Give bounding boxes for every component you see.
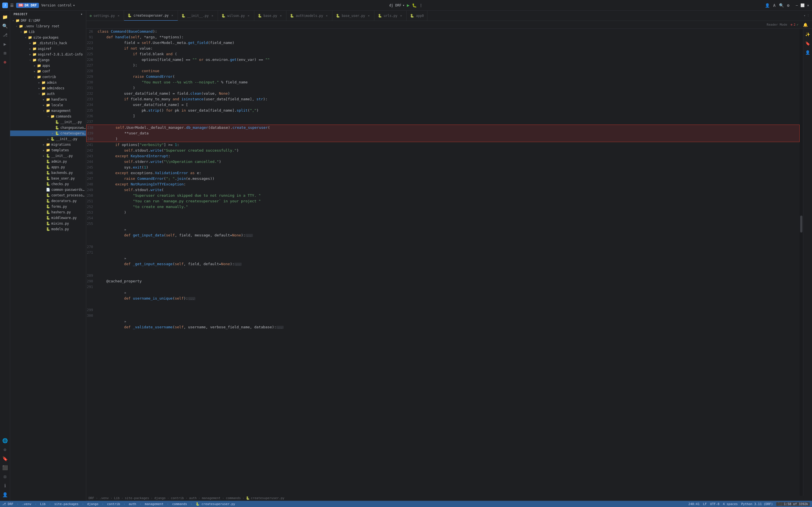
fold-291[interactable]: ▶: [124, 291, 127, 294]
dj-label[interactable]: dj DRF ▾: [389, 3, 404, 7]
tree-item-conf[interactable]: ▶ 📁 conf: [10, 68, 86, 74]
tree-item-middleware[interactable]: ▶ 🐍 middleware.py: [10, 215, 86, 221]
debug-button[interactable]: 🐛: [412, 3, 417, 8]
tab-wilson[interactable]: 🐍 wilson.py ✕: [218, 11, 254, 21]
tab-settings[interactable]: ⚙ settings.py ✕: [86, 11, 124, 21]
tree-item-passwords-gz[interactable]: ▶ 📄 common-passwords.txt.gz: [10, 187, 86, 192]
tree-item-venv[interactable]: ▾ 📁 .venv library root: [10, 23, 86, 29]
bc-auth[interactable]: auth: [189, 496, 197, 500]
tab-settings-close[interactable]: ✕: [116, 14, 120, 18]
search-titlebar-icon[interactable]: 🔍: [779, 3, 784, 8]
status-site-packages[interactable]: site-packages: [54, 502, 78, 506]
tab-base[interactable]: 🐍 base.py ✕: [254, 11, 286, 21]
tab-auth-models[interactable]: 🐍 auth\models.py ✕: [286, 11, 332, 21]
status-management[interactable]: management: [145, 502, 164, 506]
close-button[interactable]: ✕: [806, 4, 810, 7]
status-contrib[interactable]: contrib: [107, 502, 120, 506]
status-python[interactable]: Python 3.11 (DRF): [741, 502, 773, 506]
tree-item-admin[interactable]: ▶ 📁 admin: [10, 80, 86, 86]
project-badge[interactable]: DR DR DRF: [16, 3, 39, 8]
tree-item-context-proc[interactable]: ▶ 🐍 context_processors.py: [10, 192, 86, 198]
bc-site-packages[interactable]: site-packages: [125, 496, 149, 500]
extensions-activity-icon[interactable]: ⊞: [1, 49, 9, 57]
tab-base-user[interactable]: 🐍 base_user.py ✕: [332, 11, 374, 21]
tree-item-templates[interactable]: ▶ 📁 templates: [10, 148, 86, 153]
scrollbar-thumb[interactable]: [800, 216, 802, 232]
fold-271[interactable]: ▶: [124, 257, 127, 260]
tree-item-handlers[interactable]: ▶ 📁 handlers: [10, 97, 86, 102]
status-django[interactable]: django: [87, 502, 98, 506]
bc-commands[interactable]: commands: [226, 496, 241, 500]
status-encoding[interactable]: UTF-8: [710, 502, 719, 506]
notifications-icon[interactable]: 🔔: [802, 21, 809, 28]
settings-titlebar-icon[interactable]: ⚙: [787, 3, 790, 8]
tree-item-changepassword[interactable]: ▶ 🐍 changepassword.py: [10, 125, 86, 130]
run-button[interactable]: ▶: [407, 3, 410, 8]
status-branch[interactable]: ⎇ DRF: [2, 502, 13, 506]
scrollbar-track[interactable]: [800, 29, 803, 496]
tree-item-base-user[interactable]: ▶ 🐍 base_user.py: [10, 176, 86, 181]
bookmark-right-icon[interactable]: 🔖: [804, 40, 811, 47]
user-collab-icon[interactable]: 👤: [765, 3, 770, 8]
bc-lib[interactable]: Lib: [114, 496, 119, 500]
tree-item-checkspy[interactable]: ▶ 🐍 checks.py: [10, 181, 86, 187]
bc-management[interactable]: management: [202, 496, 220, 500]
play-circle-icon[interactable]: ⊙: [1, 446, 9, 453]
reader-mode-button[interactable]: Reader Mode: [767, 23, 787, 26]
user-right-icon[interactable]: 👤: [804, 49, 811, 56]
tab-createsuperuser[interactable]: 🐍 createsuperuser.py ✕: [124, 11, 178, 21]
fold-255[interactable]: ▶: [124, 228, 127, 231]
tree-item-auth[interactable]: ▾ 📁 auth: [10, 91, 86, 97]
bc-contrib[interactable]: contrib: [171, 496, 184, 500]
tree-item-adminpy[interactable]: ▶ 🐍 admin.py: [10, 159, 86, 164]
bc-createsuperuser[interactable]: 🐍 createsuperuser.py: [246, 496, 284, 500]
tree-item-createsuperuser[interactable]: ▶ 🐍 createsuperuser.py: [10, 130, 86, 136]
tab-urls-close[interactable]: ✕: [399, 14, 403, 18]
run-activity-icon[interactable]: ▶: [1, 40, 9, 48]
status-file[interactable]: 🐍 createsuperuser.py: [196, 502, 235, 506]
bc-drf[interactable]: DRF: [89, 496, 94, 500]
terminal-activity-icon[interactable]: ⊡: [1, 472, 9, 481]
tab-auth-models-close[interactable]: ✕: [325, 14, 329, 18]
tree-item-admindocs[interactable]: ▶ 📁 admindocs: [10, 86, 86, 91]
tree-item-mixins[interactable]: ▶ 🐍 mixins.py: [10, 221, 86, 226]
status-position[interactable]: 248:41: [689, 502, 700, 506]
tree-item-models[interactable]: ▶ 🐍 models.py: [10, 226, 86, 232]
maximize-button[interactable]: ⬜: [801, 4, 804, 7]
tab-init-close[interactable]: ✕: [210, 14, 214, 18]
explorer-icon[interactable]: 📁: [1, 13, 9, 21]
tree-item-distutils[interactable]: ▶ 📁 _distutils_hack: [10, 40, 86, 46]
tab-base-close[interactable]: ✕: [279, 14, 283, 18]
more-options-icon[interactable]: ⋮: [419, 3, 423, 8]
tree-item-decorators[interactable]: ▶ 🐍 decorators.py: [10, 198, 86, 204]
tree-item-apps[interactable]: ▶ 📁 apps: [10, 63, 86, 68]
status-lf[interactable]: LF: [703, 502, 707, 506]
error-activity-icon[interactable]: ⊗: [1, 58, 9, 66]
tree-item-init-management[interactable]: ▶ 🐍 __init__.py: [10, 136, 86, 142]
fold-300[interactable]: ▶: [124, 320, 127, 323]
tree-item-backendspy[interactable]: ▶ 🐍 backends.py: [10, 170, 86, 176]
tree-item-management[interactable]: ▾ 📁 management: [10, 108, 86, 114]
search-activity-icon[interactable]: 🔍: [1, 22, 9, 30]
status-commands[interactable]: commands: [172, 502, 187, 506]
status-lib[interactable]: Lib: [40, 502, 46, 506]
globe-activity-icon[interactable]: 🌐: [1, 437, 9, 444]
tab-wilson-close[interactable]: ✕: [247, 14, 251, 18]
tree-item-init-auth[interactable]: ▶ 🐍 __init__.py: [10, 153, 86, 159]
tree-item-django[interactable]: ▾ 📁 django: [10, 57, 86, 63]
tree-item-forms[interactable]: ▶ 🐍 forms.py: [10, 204, 86, 209]
tree-item-lib[interactable]: ▾ 📁 Lib: [10, 29, 86, 35]
tree-item-hashers[interactable]: ▶ 🐍 hashers.py: [10, 209, 86, 215]
ai-assist-icon[interactable]: ✨: [804, 31, 811, 38]
user-activity-icon[interactable]: 👤: [1, 491, 9, 499]
tab-base-user-close[interactable]: ✕: [367, 14, 371, 18]
tab-urls[interactable]: 🐍 urls.py ✕: [374, 11, 407, 21]
tabs-more-btn[interactable]: ▾ ⋮: [801, 14, 812, 17]
tree-item-site-packages[interactable]: ▾ 📁 site-packages: [10, 35, 86, 40]
tree-item-appspy[interactable]: ▶ 🐍 apps.py: [10, 164, 86, 170]
tree-item-locale[interactable]: ▶ 📁 locale: [10, 102, 86, 108]
tree-item-migrations[interactable]: ▶ 📁 migrations: [10, 142, 86, 148]
version-control-btn[interactable]: Version control ▾: [41, 3, 75, 7]
tab-init[interactable]: 🐍 __init__.py ✕: [178, 11, 218, 21]
minimize-button[interactable]: —: [795, 4, 799, 7]
